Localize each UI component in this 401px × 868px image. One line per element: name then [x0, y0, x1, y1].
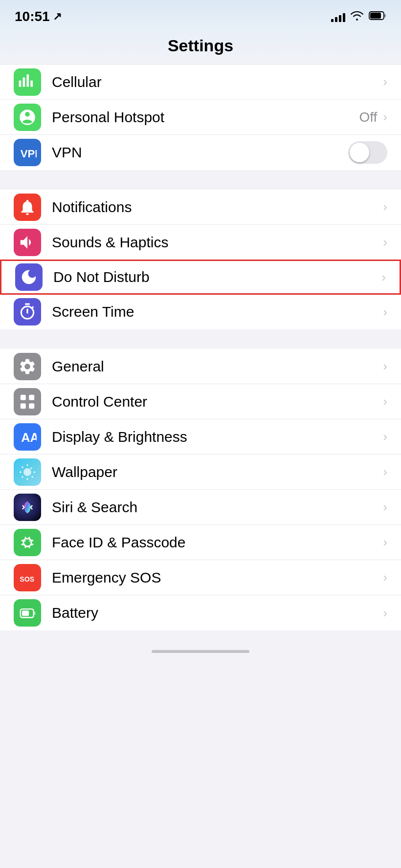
home-indicator-area — [0, 630, 401, 660]
controlcenter-chevron: › — [383, 394, 387, 409]
divider-2 — [0, 329, 401, 349]
dnd-icon — [15, 263, 43, 291]
battery-icon — [369, 11, 386, 22]
faceid-row[interactable]: Face ID & Passcode › — [0, 525, 401, 560]
siri-icon — [14, 494, 41, 521]
vpn-label: VPN — [52, 144, 348, 161]
screentime-chevron: › — [383, 304, 387, 320]
vpn-toggle-knob — [350, 143, 369, 162]
battery-label: Battery — [52, 605, 383, 621]
battery-row[interactable]: Battery › — [0, 595, 401, 630]
svg-rect-15 — [34, 612, 35, 615]
general-label: General — [52, 358, 383, 375]
siri-row[interactable]: Siri & Search › — [0, 490, 401, 525]
wallpaper-icon — [14, 458, 41, 486]
system-section: General › Control Center › AA Display & … — [0, 349, 401, 630]
status-bar: 10:51 ↗ — [0, 0, 401, 29]
cellular-icon — [14, 68, 41, 96]
hotspot-row[interactable]: Personal Hotspot Off › — [0, 100, 401, 135]
dnd-chevron: › — [381, 270, 386, 285]
faceid-icon — [14, 529, 41, 556]
general-icon — [14, 353, 41, 380]
svg-rect-4 — [21, 394, 26, 400]
svg-rect-7 — [29, 403, 34, 409]
sos-label: Emergency SOS — [52, 569, 383, 586]
sos-icon: SOS — [14, 564, 41, 591]
svg-rect-11 — [23, 539, 31, 546]
sos-chevron: › — [383, 570, 387, 585]
svg-rect-5 — [29, 394, 34, 400]
alerts-section: Notifications › Sounds & Haptics › Do No… — [0, 190, 401, 329]
location-icon: ↗ — [53, 10, 62, 23]
status-icons — [331, 10, 386, 23]
cellular-label: Cellular — [52, 74, 383, 90]
divider-1 — [0, 170, 401, 190]
wallpaper-row[interactable]: Wallpaper › — [0, 455, 401, 490]
sos-row[interactable]: SOS Emergency SOS › — [0, 560, 401, 595]
general-row[interactable]: General › — [0, 349, 401, 384]
faceid-label: Face ID & Passcode — [52, 534, 383, 551]
notifications-label: Notifications — [52, 199, 383, 216]
status-time: 10:51 ↗ — [15, 9, 62, 24]
controlcenter-label: Control Center — [52, 393, 383, 410]
navigation-bar: Settings — [0, 29, 401, 65]
general-chevron: › — [383, 359, 387, 374]
notifications-chevron: › — [383, 199, 387, 215]
svg-text:SOS: SOS — [20, 575, 34, 583]
svg-rect-6 — [21, 403, 26, 409]
svg-rect-1 — [370, 13, 381, 19]
svg-rect-2 — [384, 14, 386, 17]
svg-text:VPN: VPN — [21, 148, 37, 160]
battery-icon-row — [14, 599, 41, 627]
sounds-chevron: › — [383, 235, 387, 250]
signal-icon — [331, 11, 345, 22]
wifi-icon — [350, 10, 364, 23]
wallpaper-chevron: › — [383, 464, 387, 479]
network-section: Cellular › Personal Hotspot Off › VPN VP… — [0, 65, 401, 170]
display-icon: AA — [14, 423, 41, 451]
battery-chevron: › — [383, 606, 387, 621]
cellular-chevron: › — [383, 74, 387, 89]
home-indicator — [152, 650, 249, 653]
vpn-toggle[interactable] — [348, 141, 387, 164]
display-label: Display & Brightness — [52, 429, 383, 445]
sounds-row[interactable]: Sounds & Haptics › — [0, 225, 401, 260]
wallpaper-label: Wallpaper — [52, 464, 383, 480]
siri-label: Siri & Search — [52, 499, 383, 516]
dnd-label: Do Not Disturb — [53, 269, 381, 285]
page-title: Settings — [15, 36, 386, 55]
screentime-label: Screen Time — [52, 304, 383, 320]
svg-text:AA: AA — [21, 430, 37, 444]
display-row[interactable]: AA Display & Brightness › — [0, 419, 401, 455]
hotspot-value: Off — [359, 109, 377, 125]
hotspot-label: Personal Hotspot — [52, 109, 359, 126]
sounds-icon — [14, 229, 41, 256]
hotspot-icon — [14, 104, 41, 131]
dnd-row[interactable]: Do Not Disturb › — [0, 260, 401, 295]
svg-rect-14 — [22, 610, 29, 616]
controlcenter-icon — [14, 388, 41, 415]
screentime-icon — [14, 298, 41, 326]
display-chevron: › — [383, 429, 387, 444]
time-display: 10:51 — [15, 9, 50, 24]
notifications-icon — [14, 194, 41, 221]
cellular-row[interactable]: Cellular › — [0, 65, 401, 100]
siri-chevron: › — [383, 499, 387, 515]
controlcenter-row[interactable]: Control Center › — [0, 384, 401, 419]
svg-point-9 — [23, 468, 31, 476]
vpn-icon: VPN — [14, 139, 41, 166]
faceid-chevron: › — [383, 535, 387, 550]
hotspot-chevron: › — [383, 109, 387, 125]
sounds-label: Sounds & Haptics — [52, 234, 383, 251]
screentime-row[interactable]: Screen Time › — [0, 294, 401, 329]
vpn-row[interactable]: VPN VPN — [0, 135, 401, 170]
notifications-row[interactable]: Notifications › — [0, 190, 401, 225]
